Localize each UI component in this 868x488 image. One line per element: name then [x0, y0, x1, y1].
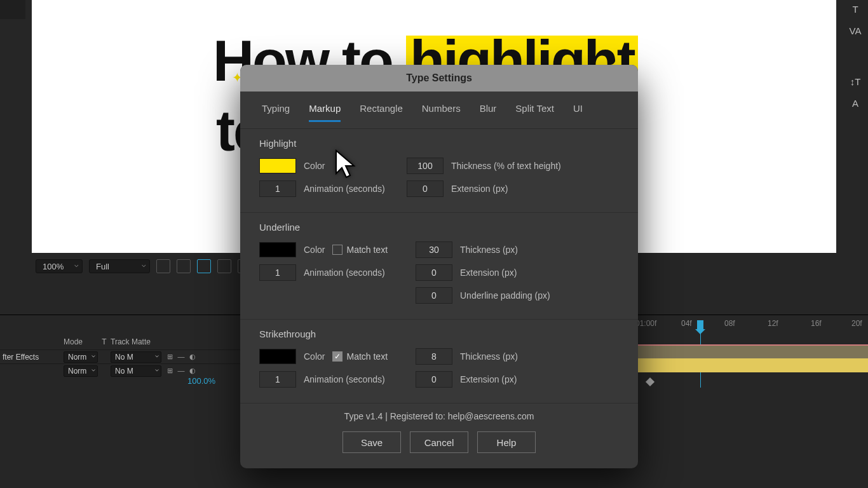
- toggle-transparency-icon[interactable]: [156, 259, 170, 273]
- tab-ui[interactable]: UI: [573, 103, 583, 122]
- highlight-extension-input[interactable]: 0: [407, 180, 444, 197]
- underline-match-text-checkbox[interactable]: [332, 245, 342, 255]
- highlight-color-swatch[interactable]: [259, 158, 296, 173]
- strike-match-text-checkbox[interactable]: [332, 351, 342, 362]
- kerning-panel-icon[interactable]: VA: [844, 25, 867, 43]
- keyframe-icon[interactable]: [646, 377, 654, 386]
- strike-animation-input[interactable]: 1: [259, 371, 296, 388]
- highlight-color-label: Color: [304, 161, 325, 171]
- zoom-select[interactable]: 100%: [36, 259, 83, 273]
- strikethrough-section: Strikethrough Color Match text 8 Thickne…: [240, 320, 638, 403]
- dialog-title: Type Settings: [240, 65, 638, 92]
- trackmatte-select[interactable]: No M: [111, 365, 161, 377]
- tab-numbers[interactable]: Numbers: [422, 103, 461, 122]
- underline-section: Underline Color Match text 30 Thickness …: [240, 213, 638, 320]
- layer-column-headers: Mode T Track Matte: [0, 334, 241, 349]
- mode-header: Mode: [64, 337, 98, 346]
- leading-panel-icon[interactable]: ↕T: [844, 76, 867, 94]
- dialog-footer: Type v1.4 | Registered to: help@aescreen…: [240, 403, 638, 468]
- underline-padding-input[interactable]: 0: [416, 287, 452, 304]
- t-header: T: [98, 337, 111, 346]
- timeline-ruler[interactable]: 01:00f 04f 08f 12f 16f 20f: [635, 318, 868, 333]
- underline-extension-label: Extension (px): [460, 268, 517, 278]
- strike-color-label: Color: [304, 351, 325, 362]
- tab-markup[interactable]: Markup: [309, 103, 341, 122]
- motion-blur-icon[interactable]: ◐: [188, 353, 197, 362]
- blend-mode-select[interactable]: Norm: [64, 365, 98, 377]
- underline-animation-input[interactable]: 1: [259, 264, 296, 281]
- playhead-icon[interactable]: [697, 320, 703, 329]
- underline-title: Underline: [259, 222, 619, 233]
- strike-extension-input[interactable]: 0: [416, 371, 452, 388]
- highlight-section: Highlight Color 100 Thickness (% of text…: [240, 129, 638, 213]
- tab-rectangle[interactable]: Rectangle: [360, 103, 403, 122]
- highlight-thickness-input[interactable]: 100: [407, 158, 444, 174]
- motion-blur-icon[interactable]: ◐: [188, 367, 197, 376]
- time-tick: 04f: [681, 319, 692, 328]
- version-info: Type v1.4 | Registered to: help@aescreen…: [240, 411, 638, 421]
- opacity-value[interactable]: 100.0%: [187, 376, 215, 386]
- highlight-animation-input[interactable]: 1: [259, 180, 296, 197]
- toggle-proxy-icon[interactable]: [217, 259, 231, 273]
- save-button[interactable]: Save: [342, 431, 401, 453]
- align-panel-icon[interactable]: A: [844, 98, 867, 116]
- highlight-extension-label: Extension (px): [451, 184, 508, 194]
- layer-name: fter Effects: [0, 353, 64, 362]
- right-panel: T VA ↕T A: [843, 0, 868, 273]
- shy-icon[interactable]: ⊞: [165, 353, 174, 362]
- strike-thickness-label: Thickness (px): [460, 351, 518, 362]
- help-button[interactable]: Help: [477, 431, 536, 453]
- dialog-tabs: Typing Markup Rectangle Numbers Blur Spl…: [240, 92, 638, 129]
- layer-row[interactable]: fter Effects Norm No M ⊞—◐: [0, 349, 241, 363]
- timeline-tracks[interactable]: [635, 334, 868, 385]
- tab-split-text[interactable]: Split Text: [515, 103, 554, 122]
- strike-match-text-label: Match text: [346, 351, 388, 362]
- highlight-title: Highlight: [259, 138, 619, 149]
- underline-extension-input[interactable]: 0: [416, 264, 452, 281]
- strike-extension-label: Extension (px): [460, 374, 517, 384]
- highlight-thickness-label: Thickness (% of text height): [451, 161, 561, 171]
- strike-animation-label: Animation (seconds): [304, 374, 385, 384]
- cancel-button[interactable]: Cancel: [410, 431, 468, 453]
- underline-match-text-label: Match text: [346, 245, 388, 255]
- resolution-select[interactable]: Full: [89, 259, 150, 273]
- layer-bar[interactable]: [635, 344, 868, 358]
- underline-color-label: Color: [304, 245, 325, 255]
- layer-switch-icons: ⊞—◐: [161, 353, 197, 362]
- underline-padding-label: Underline padding (px): [460, 290, 550, 301]
- strike-color-swatch[interactable]: [259, 349, 296, 364]
- layer-row[interactable]: Norm No M ⊞—◐: [0, 363, 241, 377]
- left-toolbar: [0, 0, 25, 19]
- toggle-region-icon[interactable]: [197, 259, 211, 273]
- shy-icon[interactable]: ⊞: [165, 367, 174, 376]
- strikethrough-title: Strikethrough: [259, 329, 619, 339]
- layer-bar[interactable]: [635, 358, 868, 372]
- underline-animation-label: Animation (seconds): [304, 268, 385, 278]
- time-tick: 20f: [851, 319, 862, 328]
- tab-blur[interactable]: Blur: [480, 103, 497, 122]
- time-tick: 16f: [811, 319, 822, 328]
- time-tick: 01:00f: [635, 319, 656, 328]
- fx-icon[interactable]: —: [177, 367, 186, 376]
- underline-thickness-label: Thickness (px): [460, 245, 518, 255]
- time-tick: 12f: [768, 319, 778, 328]
- trackmatte-select[interactable]: No M: [111, 351, 161, 363]
- type-settings-dialog: Type Settings Typing Markup Rectangle Nu…: [240, 65, 638, 468]
- underline-color-swatch[interactable]: [259, 242, 296, 257]
- time-tick: 08f: [724, 319, 735, 328]
- strike-thickness-input[interactable]: 8: [416, 348, 452, 365]
- layer-switch-icons: ⊞—◐: [161, 367, 197, 376]
- highlight-animation-label: Animation (seconds): [304, 184, 385, 194]
- character-panel-icon[interactable]: T: [844, 4, 867, 22]
- underline-thickness-input[interactable]: 30: [416, 241, 452, 258]
- tab-typing[interactable]: Typing: [262, 103, 290, 122]
- fx-icon[interactable]: —: [177, 353, 186, 362]
- trackmatte-header: Track Matte: [111, 337, 161, 346]
- blend-mode-select[interactable]: Norm: [64, 351, 98, 363]
- toggle-mask-icon[interactable]: [177, 259, 191, 273]
